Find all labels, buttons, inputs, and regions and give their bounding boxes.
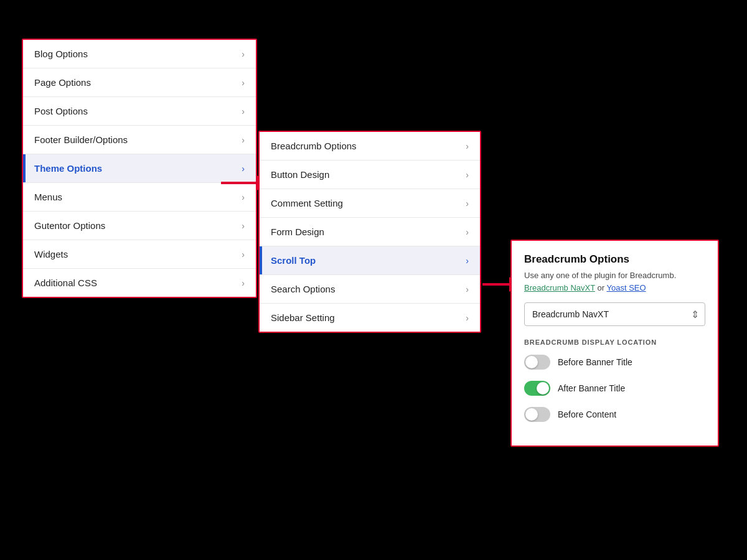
active-indicator: [23, 154, 26, 182]
toggle-row-after-banner: After Banner Title: [524, 381, 705, 396]
toggle-label-before-content: Before Content: [558, 409, 616, 419]
toggle-knob-before-banner: [525, 356, 538, 368]
menu-label-button-design: Button Design: [271, 169, 329, 180]
panel3-breadcrumb: Breadcrumb Options Use any one of the pl…: [510, 240, 719, 447]
menu-label-blog-options: Blog Options: [34, 49, 88, 59]
menu-item-comment-setting[interactable]: Comment Setting›: [260, 189, 480, 218]
chevron-icon-breadcrumb-options: ›: [466, 141, 469, 151]
chevron-icon-menus: ›: [242, 192, 245, 202]
menu-label-additional-css: Additional CSS: [34, 278, 97, 288]
chevron-icon-page-options: ›: [242, 78, 245, 88]
menu-item-scroll-top[interactable]: Scroll Top›: [260, 246, 480, 275]
panel3-description: Use any one of the plugin for Breadcrumb…: [524, 271, 676, 280]
menu-label-breadcrumb-options: Breadcrumb Options: [271, 141, 357, 151]
toggle-knob-after-banner: [537, 382, 549, 394]
chevron-icon-comment-setting: ›: [466, 198, 469, 208]
breadcrumb-select[interactable]: Breadcrumb NavXTYoast SEO: [524, 302, 705, 326]
chevron-icon-theme-options: ›: [242, 164, 245, 174]
chevron-icon-form-design: ›: [466, 227, 469, 237]
chevron-icon-additional-css: ›: [242, 278, 245, 288]
panel3-title: Breadcrumb Options: [524, 253, 705, 266]
menu-label-form-design: Form Design: [271, 226, 324, 237]
menu-label-gutentor: Gutentor Options: [34, 220, 105, 231]
menu-item-breadcrumb-options[interactable]: Breadcrumb Options›: [260, 132, 480, 161]
chevron-icon-widgets: ›: [242, 250, 245, 259]
chevron-icon-button-design: ›: [466, 170, 469, 180]
menu-item-post-options[interactable]: Post Options›: [23, 97, 256, 126]
menu-item-gutentor[interactable]: Gutentor Options›: [23, 212, 256, 240]
menu-label-theme-options: Theme Options: [34, 163, 102, 174]
toggle-label-before-banner: Before Banner Title: [558, 357, 632, 367]
menu-label-widgets: Widgets: [34, 249, 68, 259]
menu-label-footer-builder: Footer Builder/Options: [34, 134, 128, 145]
toggle-before-content[interactable]: [524, 407, 550, 422]
chevron-icon-gutentor: ›: [242, 221, 245, 231]
menu-item-widgets[interactable]: Widgets›: [23, 240, 256, 269]
active-indicator: [260, 246, 262, 274]
menu-item-search-options[interactable]: Search Options›: [260, 275, 480, 304]
toggle-label-after-banner: After Banner Title: [558, 383, 625, 393]
menu-label-sidebar-setting: Sidebar Setting: [271, 312, 335, 323]
toggle-after-banner[interactable]: [524, 381, 550, 396]
menu-item-button-design[interactable]: Button Design›: [260, 161, 480, 189]
panel2-menu: Breadcrumb Options›Button Design›Comment…: [258, 131, 481, 333]
menu-item-page-options[interactable]: Page Options›: [23, 68, 256, 97]
chevron-icon-search-options: ›: [466, 284, 469, 294]
display-location-label: BREADCRUMB DISPLAY LOCATION: [524, 338, 705, 346]
breadcrumb-navxt-link[interactable]: Breadcrumb NavXT: [524, 283, 595, 292]
menu-item-sidebar-setting[interactable]: Sidebar Setting›: [260, 304, 480, 332]
chevron-icon-scroll-top: ›: [466, 256, 469, 266]
chevron-icon-footer-builder: ›: [242, 135, 245, 145]
panel3-link2-prefix: or: [598, 283, 607, 292]
chevron-icon-blog-options: ›: [242, 49, 245, 59]
menu-label-menus: Menus: [34, 192, 62, 202]
chevron-icon-post-options: ›: [242, 106, 245, 116]
menu-item-form-design[interactable]: Form Design›: [260, 218, 480, 246]
toggle-rows: Before Banner TitleAfter Banner TitleBef…: [524, 355, 705, 422]
menu-label-post-options: Post Options: [34, 106, 88, 116]
toggle-knob-before-content: [525, 408, 538, 421]
menu-label-comment-setting: Comment Setting: [271, 198, 343, 208]
menu-label-page-options: Page Options: [34, 77, 91, 88]
toggle-before-banner[interactable]: [524, 355, 550, 370]
menu-item-blog-options[interactable]: Blog Options›: [23, 40, 256, 68]
menu-label-scroll-top: Scroll Top: [271, 255, 316, 266]
select-wrapper: Breadcrumb NavXTYoast SEO ⇕: [524, 302, 705, 326]
panel1-menu: Blog Options›Page Options›Post Options›F…: [22, 39, 257, 298]
menu-item-additional-css[interactable]: Additional CSS›: [23, 269, 256, 297]
menu-label-search-options: Search Options: [271, 284, 335, 294]
toggle-row-before-banner: Before Banner Title: [524, 355, 705, 370]
chevron-icon-sidebar-setting: ›: [466, 313, 469, 323]
toggle-row-before-content: Before Content: [524, 407, 705, 422]
menu-item-footer-builder[interactable]: Footer Builder/Options›: [23, 126, 256, 154]
yoast-seo-link[interactable]: Yoast SEO: [606, 283, 646, 292]
